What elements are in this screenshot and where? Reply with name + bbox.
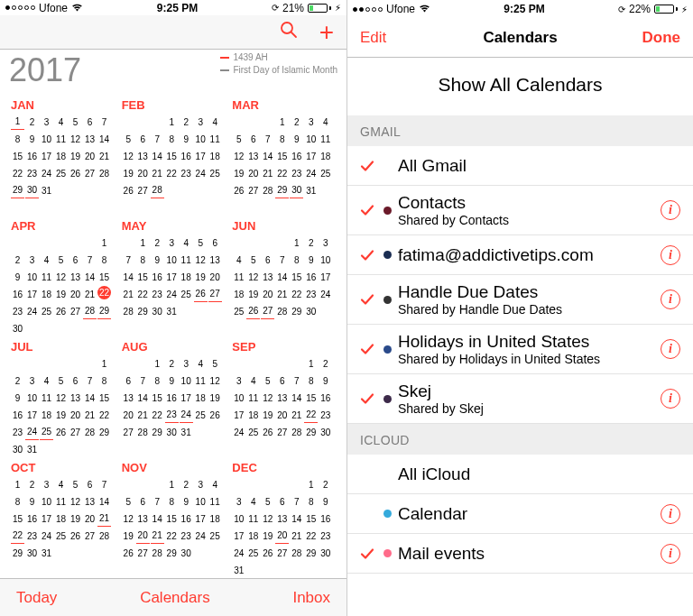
- day-cell[interactable]: 19: [246, 286, 260, 302]
- day-cell[interactable]: 17: [304, 148, 318, 164]
- day-cell[interactable]: 18: [40, 286, 53, 302]
- day-cell[interactable]: 7: [83, 372, 97, 389]
- day-cell[interactable]: 24: [180, 407, 193, 423]
- day-cell[interactable]: 8: [165, 493, 179, 510]
- day-cell[interactable]: 17: [165, 269, 179, 285]
- day-cell[interactable]: 18: [246, 407, 260, 423]
- day-cell[interactable]: 12: [69, 131, 82, 147]
- day-cell[interactable]: 17: [194, 510, 208, 527]
- day-cell[interactable]: 9: [180, 493, 193, 510]
- day-cell[interactable]: 19: [69, 148, 82, 164]
- day-cell[interactable]: 14: [290, 390, 303, 406]
- day-cell[interactable]: 17: [232, 528, 245, 544]
- day-cell[interactable]: 18: [194, 390, 208, 406]
- day-cell[interactable]: 25: [246, 545, 260, 561]
- day-cell[interactable]: 18: [54, 148, 68, 164]
- checkmark-icon[interactable]: [360, 391, 380, 406]
- day-cell[interactable]: 15: [304, 390, 318, 406]
- month-nov[interactable]: NOV1234567891011121314151617181920212223…: [120, 457, 231, 578]
- day-cell[interactable]: 12: [194, 252, 208, 268]
- day-cell[interactable]: 1: [136, 234, 150, 251]
- day-cell[interactable]: 18: [246, 528, 260, 544]
- day-cell[interactable]: 23: [25, 165, 39, 181]
- day-cell[interactable]: 13: [208, 252, 222, 268]
- day-cell[interactable]: 17: [40, 510, 53, 527]
- day-cell[interactable]: 30: [11, 320, 24, 336]
- info-button[interactable]: i: [653, 245, 680, 265]
- day-cell[interactable]: 9: [304, 252, 318, 268]
- day-cell[interactable]: 31: [180, 424, 193, 440]
- day-cell[interactable]: 15: [97, 269, 111, 285]
- day-cell[interactable]: 16: [25, 148, 39, 164]
- day-cell[interactable]: 5: [122, 493, 135, 510]
- day-cell[interactable]: 16: [151, 269, 164, 285]
- day-cell[interactable]: 1: [304, 476, 318, 492]
- day-cell[interactable]: 24: [319, 286, 332, 302]
- day-cell[interactable]: 13: [246, 148, 260, 164]
- day-cell[interactable]: 1: [290, 234, 303, 251]
- day-cell[interactable]: 19: [122, 528, 135, 544]
- day-cell[interactable]: 10: [304, 131, 318, 147]
- day-cell[interactable]: 6: [136, 131, 150, 147]
- day-cell[interactable]: 26: [122, 545, 135, 561]
- day-cell[interactable]: 11: [180, 252, 193, 268]
- day-cell[interactable]: 14: [261, 148, 274, 164]
- day-cell[interactable]: 21: [83, 407, 97, 423]
- day-cell[interactable]: 4: [208, 114, 222, 130]
- day-cell[interactable]: 18: [54, 510, 68, 527]
- day-cell[interactable]: 9: [180, 131, 193, 147]
- day-cell[interactable]: 16: [11, 286, 24, 302]
- day-cell[interactable]: 7: [122, 252, 135, 268]
- day-cell[interactable]: 2: [25, 476, 39, 492]
- day-cell[interactable]: 10: [40, 493, 53, 510]
- day-cell[interactable]: 10: [319, 252, 332, 268]
- day-cell[interactable]: 27: [208, 286, 222, 302]
- day-cell[interactable]: 12: [232, 148, 245, 164]
- day-cell[interactable]: 2: [165, 355, 179, 372]
- day-cell[interactable]: 2: [25, 114, 39, 130]
- day-cell[interactable]: 24: [25, 424, 39, 440]
- day-cell[interactable]: 30: [290, 182, 303, 198]
- day-cell[interactable]: 6: [69, 372, 82, 389]
- day-cell[interactable]: 21: [97, 510, 111, 527]
- day-cell[interactable]: 8: [275, 131, 289, 147]
- day-cell[interactable]: 8: [97, 252, 111, 268]
- day-cell[interactable]: 9: [319, 493, 332, 510]
- calendar-row[interactable]: SkejShared by Skeji: [347, 374, 693, 424]
- day-cell[interactable]: 22: [304, 528, 318, 544]
- day-cell[interactable]: 1: [11, 114, 24, 130]
- day-cell[interactable]: 12: [69, 493, 82, 510]
- day-cell[interactable]: 1: [97, 355, 111, 372]
- day-cell[interactable]: 31: [232, 562, 245, 578]
- day-cell[interactable]: 18: [180, 269, 193, 285]
- day-cell[interactable]: 24: [194, 528, 208, 544]
- day-cell[interactable]: 13: [261, 269, 274, 285]
- day-cell[interactable]: 16: [319, 390, 332, 406]
- day-cell[interactable]: 12: [208, 372, 222, 389]
- day-cell[interactable]: 3: [25, 252, 39, 268]
- day-cell[interactable]: 13: [69, 269, 82, 285]
- day-cell[interactable]: 21: [151, 165, 164, 181]
- edit-button[interactable]: Edit: [360, 29, 414, 47]
- day-cell[interactable]: 28: [290, 545, 303, 561]
- day-cell[interactable]: 22: [165, 528, 179, 544]
- day-cell[interactable]: 10: [232, 510, 245, 527]
- day-cell[interactable]: 5: [261, 493, 274, 510]
- day-cell[interactable]: 8: [165, 131, 179, 147]
- day-cell[interactable]: 15: [304, 510, 318, 527]
- day-cell[interactable]: 20: [69, 407, 82, 423]
- day-cell[interactable]: 2: [290, 114, 303, 130]
- day-cell[interactable]: 26: [69, 165, 82, 181]
- day-cell[interactable]: 5: [261, 372, 274, 389]
- day-cell[interactable]: 10: [25, 269, 39, 285]
- day-cell[interactable]: 15: [11, 510, 24, 527]
- day-cell[interactable]: 25: [54, 528, 68, 544]
- day-cell[interactable]: 18: [208, 148, 222, 164]
- day-cell[interactable]: 13: [69, 390, 82, 406]
- day-cell[interactable]: 14: [290, 510, 303, 527]
- day-cell[interactable]: 24: [40, 528, 53, 544]
- day-cell[interactable]: 10: [194, 131, 208, 147]
- day-cell[interactable]: 26: [122, 182, 135, 198]
- day-cell[interactable]: 22: [304, 407, 318, 423]
- day-cell[interactable]: 27: [83, 165, 97, 181]
